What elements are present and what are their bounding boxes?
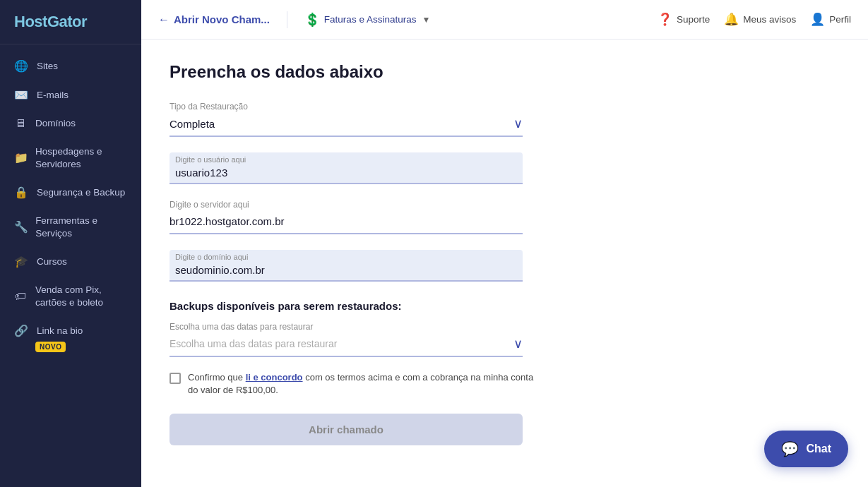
- bell-icon: 🔔: [724, 12, 739, 27]
- sidebar-item-dominios[interactable]: 🖥 Domínios: [0, 109, 141, 138]
- servidor-section: Digite o servidor aqui: [170, 200, 840, 234]
- back-label: Abrir Novo Cham...: [174, 13, 270, 25]
- servidor-input[interactable]: [170, 214, 523, 229]
- user-icon: 👤: [810, 12, 825, 27]
- avisos-label: Meus avisos: [743, 14, 796, 25]
- usuario-section: Digite o usuário aqui: [170, 152, 840, 184]
- venda-icon: 🏷: [14, 290, 27, 303]
- usuario-label: Digite o usuário aqui: [175, 155, 517, 164]
- dominios-icon: 🖥: [14, 117, 27, 130]
- sidebar-item-sites[interactable]: 🌐 Sites: [0, 52, 141, 80]
- sidebar-label-venda: Venda com Pix, cartões e boleto: [35, 284, 127, 308]
- avisos-button[interactable]: 🔔 Meus avisos: [724, 12, 796, 27]
- topbar: ← Abrir Novo Cham... 💲 Faturas e Assinat…: [141, 0, 868, 40]
- data-dropdown[interactable]: Escolha uma das datas para restaurar ∨: [170, 336, 523, 357]
- sidebar-item-hospedagens[interactable]: 📁 Hospedagens e Servidores: [0, 138, 141, 178]
- chat-button[interactable]: 💬 Chat: [764, 431, 848, 467]
- confirm-text: Confirmo que li e concordo com os termos…: [188, 371, 537, 397]
- sidebar-item-seguranca[interactable]: 🔒 Segurança e Backup: [0, 178, 141, 207]
- dominio-input[interactable]: [175, 263, 517, 277]
- tipo-value[interactable]: Completa ∨: [170, 116, 523, 131]
- main-content: Preencha os dados abaixo Tipo da Restaur…: [141, 40, 868, 487]
- backups-section: Backups disponíveis para serem restaurad…: [170, 300, 840, 357]
- page-title: Preencha os dados abaixo: [170, 62, 840, 82]
- tipo-select[interactable]: Completa ∨: [170, 116, 523, 137]
- dominio-label: Digite o domínio aqui: [175, 253, 517, 261]
- hospedagens-icon: 📁: [14, 151, 27, 164]
- faturas-menu[interactable]: 💲 Faturas e Assinaturas ▼: [304, 12, 430, 28]
- dominio-section: Digite o domínio aqui: [170, 250, 840, 282]
- emails-icon: ✉️: [14, 88, 28, 102]
- topbar-divider: [287, 11, 287, 28]
- sidebar-item-emails[interactable]: ✉️ E-mails: [0, 80, 141, 109]
- dominio-field-wrapper: Digite o domínio aqui: [170, 250, 523, 282]
- tipo-label: Tipo da Restauração: [170, 102, 840, 112]
- perfil-button[interactable]: 👤 Perfil: [810, 12, 851, 27]
- sidebar-item-link-bio[interactable]: 🔗 Link na bio NOVO: [0, 316, 141, 360]
- faturas-label: Faturas e Assinaturas: [324, 14, 417, 25]
- back-arrow-icon: ←: [158, 13, 170, 26]
- brand-name: HostGator: [14, 13, 87, 30]
- dollar-icon: 💲: [304, 12, 320, 28]
- sidebar-item-venda[interactable]: 🏷 Venda com Pix, cartões e boleto: [0, 276, 141, 316]
- backups-title: Backups disponíveis para serem restaurad…: [170, 300, 840, 312]
- sidebar-label-dominios: Domínios: [35, 117, 76, 130]
- faturas-chevron-icon: ▼: [422, 15, 430, 25]
- sites-icon: 🌐: [14, 59, 28, 73]
- novo-badge: NOVO: [35, 342, 66, 352]
- sidebar-label-cursos: Cursos: [37, 255, 67, 268]
- question-icon: ❓: [658, 12, 672, 27]
- cursos-icon: 🎓: [14, 255, 28, 268]
- servidor-field-wrapper: Digite o servidor aqui: [170, 200, 523, 234]
- sidebar-nav: 🌐 Sites ✉️ E-mails 🖥 Domínios 📁 Hospedag…: [0, 44, 141, 487]
- topbar-right: ❓ Suporte 🔔 Meus avisos 👤 Perfil: [658, 12, 851, 27]
- data-dropdown-value[interactable]: Escolha uma das datas para restaurar ∨: [170, 336, 523, 351]
- suporte-label: Suporte: [677, 14, 710, 25]
- sidebar-label-ferramentas: Ferramentas e Serviços: [35, 215, 127, 239]
- brand-logo: HostGator: [0, 0, 141, 44]
- servidor-label: Digite o servidor aqui: [170, 200, 523, 210]
- perfil-label: Perfil: [829, 14, 851, 25]
- seguranca-icon: 🔒: [14, 186, 28, 199]
- sidebar-item-cursos[interactable]: 🎓 Cursos: [0, 247, 141, 276]
- sidebar-label-emails: E-mails: [37, 89, 69, 102]
- submit-button[interactable]: Abrir chamado: [170, 414, 523, 445]
- data-label: Escolha uma das datas para restaurar: [170, 322, 840, 332]
- ferramentas-icon: 🔧: [14, 220, 27, 234]
- usuario-field-wrapper: Digite o usuário aqui: [170, 152, 523, 184]
- sidebar-label-sites: Sites: [37, 60, 58, 73]
- chat-icon: 💬: [781, 440, 799, 457]
- data-placeholder: Escolha uma das datas para restaurar: [170, 338, 337, 349]
- sidebar-item-ferramentas[interactable]: 🔧 Ferramentas e Serviços: [0, 207, 141, 247]
- chat-label: Chat: [806, 443, 831, 455]
- usuario-input[interactable]: [175, 165, 517, 180]
- main-area: ← Abrir Novo Cham... 💲 Faturas e Assinat…: [141, 0, 868, 487]
- link-bio-icon: 🔗: [14, 324, 28, 337]
- sidebar-label-link-bio: Link na bio: [37, 325, 83, 337]
- sidebar: HostGator 🌐 Sites ✉️ E-mails 🖥 Domínios …: [0, 0, 141, 487]
- confirm-row: Confirmo que li e concordo com os termos…: [170, 371, 537, 397]
- tipo-section: Tipo da Restauração Completa ∨: [170, 102, 840, 137]
- confirm-link[interactable]: li e concordo: [246, 372, 303, 383]
- suporte-button[interactable]: ❓ Suporte: [658, 12, 710, 27]
- sidebar-label-hospedagens: Hospedagens e Servidores: [35, 145, 127, 170]
- tipo-chevron-icon: ∨: [513, 116, 523, 131]
- sidebar-label-seguranca: Segurança e Backup: [37, 186, 125, 199]
- confirm-checkbox[interactable]: [170, 373, 181, 384]
- data-chevron-icon: ∨: [513, 336, 523, 351]
- back-button[interactable]: ← Abrir Novo Cham...: [158, 13, 270, 26]
